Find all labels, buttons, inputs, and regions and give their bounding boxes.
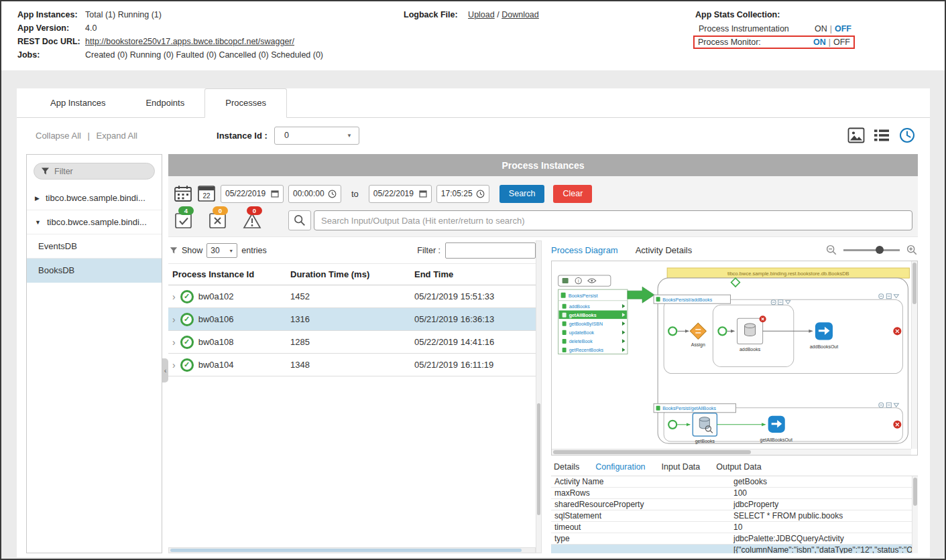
process-monitor-on-toggle[interactable]: ON [813,38,826,47]
to-time-field[interactable] [436,185,489,203]
timeline-view-button[interactable] [898,127,917,144]
clock-icon[interactable] [476,190,485,198]
tab-activity-details[interactable]: Activity Details [636,245,693,255]
process-instrumentation-off-toggle[interactable]: OFF [835,24,851,33]
table-row-selected[interactable]: › ✓ bw0a106 1316 05/21/2019 16:36:13 [168,308,536,331]
cancelled-filter[interactable]: 0 [208,210,231,230]
process-monitor-off-toggle[interactable]: OFF [833,38,850,47]
property-row-selected[interactable]: [{"columnName":"isbn","dataType":"12","s… [551,545,918,553]
tab-app-instances[interactable]: App Instances [30,89,125,117]
vscroll-thumb[interactable] [537,403,540,515]
page-size-select[interactable]: 30 ▼ [206,243,237,258]
activity-getbooks-selected[interactable]: getBooks [693,413,717,444]
tab-input-data[interactable]: Input Data [662,462,701,472]
property-row[interactable]: type jdbcPalette:JDBCQueryActivity [551,533,918,545]
zoom-slider-thumb[interactable] [876,246,884,254]
service-box-bookspersist[interactable]: BooksPersist addBooks getAllBooks [558,289,628,354]
tree-filter[interactable] [34,163,155,180]
row-expand-chevron-icon[interactable]: › [172,314,176,325]
collapse-all-link[interactable]: Collapse All [36,131,81,141]
tab-processes[interactable]: Processes [204,88,287,118]
tree-item-app-expanded[interactable]: ▼ tibco.bwce.sample.bindi... [27,210,162,234]
property-row[interactable]: sqlStatement SELECT * FROM public.books [551,510,918,522]
rest-doc-url-link[interactable]: http://bookstore250v17.apps.bwce.tibcopc… [85,37,323,46]
hscroll-thumb[interactable] [170,549,522,552]
to-time-input[interactable] [438,189,476,198]
instance-id-select[interactable]: 0 ▼ [274,127,359,145]
from-date-input[interactable] [223,189,271,198]
tab-details[interactable]: Details [554,462,579,472]
table-row[interactable]: › ✓ bw0a102 1452 05/21/2019 15:51:33 [168,285,536,308]
clear-button[interactable]: Clear [553,185,592,203]
property-name [551,545,733,553]
success-count-badge: 4 [178,206,194,215]
tab-process-diagram[interactable]: Process Diagram [551,245,618,255]
success-status-icon: ✓ [180,358,194,372]
properties-vscrollbar[interactable] [912,476,918,553]
zoom-slider[interactable] [843,245,900,255]
tree-item-eventsdb[interactable]: EventsDB [27,234,162,259]
table-row[interactable]: › ✓ bw0a108 1285 05/22/2019 14:41:16 [168,331,536,354]
diagram-vscrollbar[interactable] [911,261,917,449]
col-end-time[interactable]: End Time [414,269,536,279]
row-expand-chevron-icon[interactable]: › [172,337,176,348]
calendar-icon[interactable] [419,190,427,198]
split-area: Show 30 ▼ entries Filter : [168,240,918,553]
to-date-input[interactable] [371,189,419,198]
from-time-input[interactable] [290,189,328,198]
data-search-button[interactable] [288,210,311,230]
vscroll-thumb[interactable] [913,478,917,506]
process-monitor-label: Process Monitor: [698,38,813,47]
property-row[interactable]: timeout 10 [551,522,918,533]
diagram-view-button[interactable] [847,127,866,144]
sidebar-collapse-handle[interactable]: ‹ [162,358,168,382]
property-row[interactable]: maxRows 100 [551,488,918,499]
download-link[interactable]: Download [501,10,539,19]
row-expand-chevron-icon[interactable]: › [172,291,176,302]
tab-output-data[interactable]: Output Data [716,462,761,472]
tab-configuration[interactable]: Configuration [595,462,645,472]
property-row[interactable]: sharedResourceProperty jdbcProperty [551,499,918,510]
diagram-canvas[interactable]: i tibco.bwce.sample.binding.rest.booksto… [551,261,918,456]
calendar-day-icon[interactable]: 22 [197,184,216,203]
property-name: timeout [551,522,733,533]
tree-collapsed-icon: ▶ [35,195,40,202]
tree-filter-input[interactable] [54,167,135,176]
list-view-button[interactable] [872,127,891,144]
vscroll-thumb[interactable] [912,263,917,304]
table-hscrollbar[interactable] [168,547,536,553]
col-process-instance-id[interactable]: Process Instance Id [168,269,290,279]
app-window: App Instances: Total (1) Running (1) App… [0,0,946,560]
calendar-icon[interactable] [271,190,279,198]
table-filter-input[interactable] [445,242,536,259]
from-date-field[interactable] [221,185,284,203]
row-expand-chevron-icon[interactable]: › [172,360,176,370]
clock-icon[interactable] [328,190,337,198]
property-name: maxRows [551,488,733,498]
zoom-in-icon[interactable] [906,244,918,256]
property-row[interactable]: Activity Name getBooks [551,476,918,488]
process-instrumentation-on-toggle[interactable]: ON [815,24,827,33]
diagram-mini-toolbar[interactable]: i [558,275,611,286]
hscroll-thumb[interactable] [553,450,751,454]
zoom-out-icon[interactable] [825,244,837,256]
col-duration[interactable]: Duration Time (ms) [290,269,414,279]
property-name: sqlStatement [551,510,733,521]
from-time-field[interactable] [288,185,341,203]
property-name: Activity Name [551,476,733,487]
search-button[interactable]: Search [499,185,545,203]
faulted-filter[interactable]: 0 [242,210,265,230]
tab-endpoints[interactable]: Endpoints [125,89,204,117]
expand-all-link[interactable]: Expand All [97,131,137,141]
data-search-input[interactable] [314,210,912,230]
service-link-arrow [628,287,654,303]
table-row[interactable]: › ✓ bw0a104 1348 05/21/2019 16:11:19 [168,354,536,376]
tree-item-booksdb[interactable]: BooksDB [27,259,162,283]
table-vscrollbar[interactable] [536,240,542,553]
success-filter[interactable]: 4 [174,210,196,230]
calendar-range-icon[interactable] [174,185,192,202]
to-date-field[interactable] [369,185,432,203]
upload-link[interactable]: Upload [468,10,495,19]
diagram-hscrollbar[interactable] [552,449,911,455]
tree-item-app-collapsed[interactable]: ▶ tibco.bwce.sample.bindi... [27,186,162,210]
